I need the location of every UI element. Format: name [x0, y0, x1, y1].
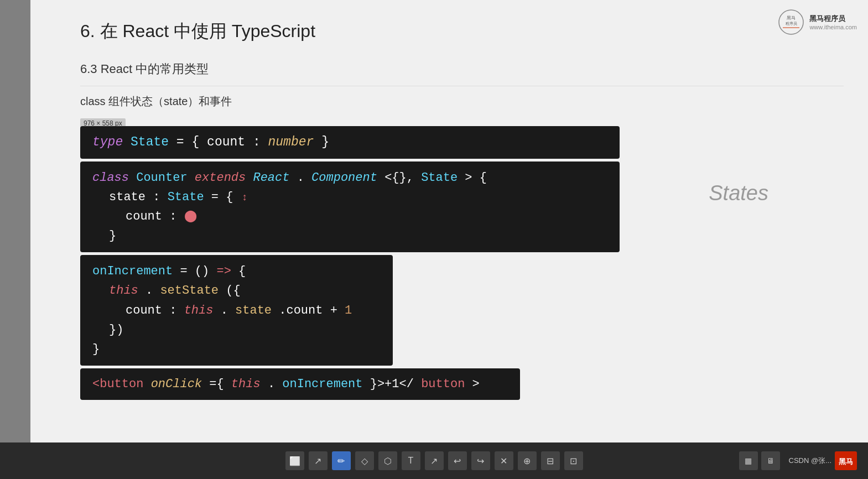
section-heading: class 组件状态（state）和事件 [80, 94, 232, 109]
code-block-class-counter: class Counter extends React . Component … [80, 162, 620, 253]
toolbar-right-btn1[interactable]: ▦ [739, 451, 758, 470]
toolbar-btn-undo[interactable]: ↩ [448, 451, 467, 470]
slide-title: 6. 在 React 中使用 TypeScript [80, 19, 315, 44]
svg-text:黑马: 黑马 [839, 457, 853, 466]
toolbar-btn-zoom-in[interactable]: ⊕ [518, 451, 537, 470]
code-area: type State = { count : number } class Co… [80, 126, 620, 400]
brand-logo: 黑马 程序员 黑马程序员 www.itheima.com [777, 8, 857, 36]
toolbar-btn-text[interactable]: T [402, 451, 420, 470]
csdn-logo: 黑马 [835, 451, 857, 470]
separator-line [80, 86, 844, 86]
toolbar-btn-select[interactable]: ⬜ [285, 451, 304, 470]
toolbar-btn-diamond[interactable]: ◇ [355, 451, 374, 470]
toolbar-btn-redo[interactable]: ↪ [471, 451, 490, 470]
toolbar-btn-zoom-out[interactable]: ⊟ [541, 451, 560, 470]
csdn-label: CSDN @张... [789, 456, 831, 466]
code-block-on-increment: onIncrement = () => { this . setState ({… [80, 255, 393, 366]
toolbar-btn-hex[interactable]: ⬡ [378, 451, 397, 470]
slide-container: 6. 在 React 中使用 TypeScript 黑马 程序员 黑马程序员 w… [30, 0, 868, 442]
toolbar-btn-pen[interactable]: ✏ [332, 451, 351, 470]
svg-text:程序员: 程序员 [786, 22, 797, 25]
toolbar-btn-link[interactable]: ↗ [425, 451, 444, 470]
code-block-button-line: <button onClick ={ this . onIncrement }>… [80, 368, 520, 400]
brand-icon: 黑马 程序员 [777, 8, 805, 36]
toolbar-right-area: ▦ 🖥 CSDN @张... 黑马 [739, 451, 857, 470]
brand-text: 黑马程序员 www.itheima.com [809, 14, 857, 30]
slide-subtitle: 6.3 React 中的常用类型 [80, 61, 209, 77]
toolbar-btn-close[interactable]: ✕ [495, 451, 513, 470]
code-block-type-state: type State = { count : number } [80, 126, 620, 159]
bottom-toolbar: ⬜ ↗ ✏ ◇ ⬡ T ↗ ↩ ↪ ✕ ⊕ ⊟ ⊡ ▦ 🖥 CSDN @张...… [0, 442, 868, 479]
svg-text:黑马: 黑马 [787, 15, 796, 20]
toolbar-right-btn2[interactable]: 🖥 [761, 451, 780, 470]
toolbar-btn-fit[interactable]: ⊡ [564, 451, 583, 470]
states-label: States [709, 181, 768, 205]
toolbar-btn-arrow[interactable]: ↗ [309, 451, 328, 470]
